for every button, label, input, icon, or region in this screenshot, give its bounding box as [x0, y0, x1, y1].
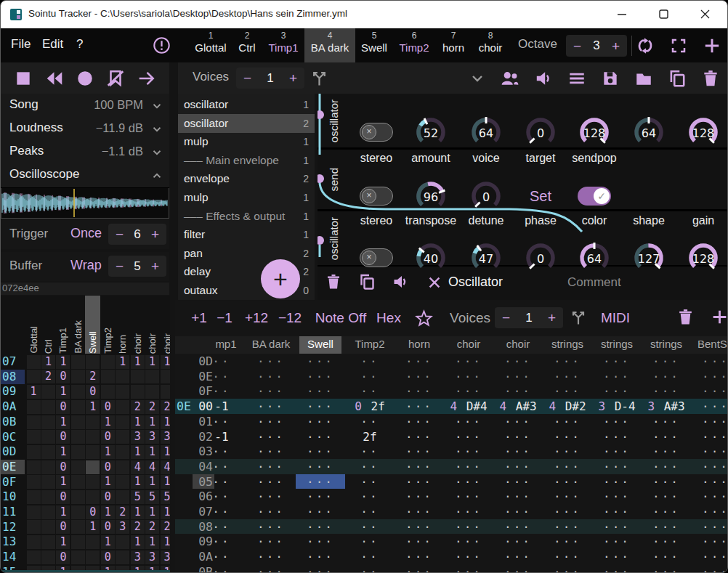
order-cell[interactable]: 1: [41, 355, 55, 369]
pattern-cell[interactable]: ···: [652, 535, 680, 548]
pattern-cell[interactable]: ···: [455, 550, 482, 564]
pattern-cell[interactable]: ···: [307, 444, 334, 458]
order-cell[interactable]: 2: [116, 505, 129, 519]
pattern-cell[interactable]: ··: [360, 550, 379, 564]
pattern-cell[interactable]: ···: [257, 354, 285, 368]
toggle-stereo[interactable]: ×: [360, 123, 393, 142]
pattern-cell[interactable]: ···: [554, 354, 581, 368]
menu-item-help[interactable]: ?: [76, 37, 83, 52]
order-cell[interactable]: [27, 355, 41, 369]
unit-list-item-mainenvelope[interactable]: ––– Main envelope1: [178, 151, 315, 170]
pattern-cell[interactable]: ···: [702, 384, 728, 398]
buffer-stepper-minus[interactable]: −: [116, 259, 124, 273]
chevron-down-icon[interactable]: [150, 99, 163, 113]
pattern-cell[interactable]: ···: [702, 565, 728, 573]
order-cell[interactable]: 1: [131, 445, 145, 459]
order-cell[interactable]: 5: [131, 490, 145, 504]
order-cell[interactable]: 3: [131, 430, 145, 444]
pattern-cell[interactable]: ···: [455, 370, 482, 383]
pattern-cell[interactable]: ···: [702, 550, 728, 564]
order-cell[interactable]: 2: [131, 520, 145, 534]
pattern-cell[interactable]: ···: [504, 444, 532, 458]
order-cell[interactable]: [27, 415, 41, 429]
pattern-cell[interactable]: ··: [360, 565, 379, 573]
order-cell[interactable]: 1: [145, 355, 159, 369]
order-cell[interactable]: 1: [56, 445, 70, 459]
pattern-cell[interactable]: ···: [603, 520, 631, 534]
order-cell[interactable]: 2: [41, 370, 55, 383]
order-cell[interactable]: [71, 460, 85, 474]
pattern-row[interactable]: 08·······························: [175, 519, 728, 535]
pattern-row[interactable]: 0D·······························: [175, 354, 728, 369]
speaker-icon[interactable]: [534, 69, 553, 88]
order-row-label[interactable]: 13: [1, 535, 25, 549]
pattern-cell[interactable]: ···: [603, 489, 631, 503]
pattern-cell[interactable]: ··: [360, 354, 379, 368]
pattern-cell[interactable]: ··: [212, 489, 230, 503]
order-cell[interactable]: [27, 550, 41, 564]
pattern-cell[interactable]: ···: [455, 444, 482, 458]
pattern-cell[interactable]: ···: [652, 460, 680, 474]
instrument-tab-glottal[interactable]: 1Glottal: [190, 28, 232, 62]
pattern-cell[interactable]: ···: [455, 354, 482, 368]
panel-section-oscilloscope[interactable]: Oscilloscope: [1, 163, 169, 188]
pattern-cell[interactable]: ···: [554, 535, 581, 548]
order-column-header[interactable]: Swell: [87, 297, 98, 354]
knob-param[interactable]: 0: [523, 115, 558, 150]
pattern-cell[interactable]: ···: [603, 415, 631, 428]
pattern-cell[interactable]: ···: [307, 475, 334, 489]
order-cell[interactable]: 1: [131, 505, 145, 519]
order-row-label[interactable]: 12: [1, 520, 25, 535]
pattern-row[interactable]: 0A·······························: [175, 549, 728, 564]
order-cell[interactable]: 0: [101, 400, 115, 414]
chevron-down-icon[interactable]: [469, 70, 486, 87]
pattern-cell[interactable]: ···: [504, 489, 532, 503]
order-cell[interactable]: [86, 490, 100, 504]
order-cell[interactable]: [71, 415, 85, 429]
pattern-cell[interactable]: ···: [405, 520, 433, 534]
order-cell[interactable]: [41, 430, 55, 444]
unit-list-item-pan[interactable]: pan2: [178, 244, 315, 263]
order-cell[interactable]: [145, 385, 159, 399]
order-row-label[interactable]: 0B: [1, 415, 25, 429]
order-cell[interactable]: 1: [116, 355, 129, 369]
pattern-cell[interactable]: ···: [257, 384, 285, 398]
pattern-cell[interactable]: 4 D#2: [549, 399, 586, 413]
buffer-stepper-plus[interactable]: +: [151, 259, 159, 273]
order-cell[interactable]: 0: [101, 520, 115, 534]
pattern-cell[interactable]: ···: [307, 565, 334, 573]
order-cell[interactable]: [27, 370, 41, 383]
octave-stepper-plus[interactable]: +: [612, 39, 620, 53]
copy-icon[interactable]: [358, 273, 376, 290]
order-column-header[interactable]: BA dark: [73, 297, 84, 354]
panel-section-song[interactable]: Song100 BPM: [1, 94, 169, 118]
order-cell[interactable]: 2: [145, 400, 159, 414]
pattern-cell[interactable]: ···: [405, 535, 433, 548]
order-cell[interactable]: [71, 430, 85, 444]
pattern-cell[interactable]: ··: [212, 520, 230, 534]
pattern-cell[interactable]: ···: [554, 384, 581, 398]
order-cell[interactable]: 4: [131, 460, 145, 474]
pattern-cell[interactable]: ···: [554, 430, 581, 444]
alert-icon[interactable]: [153, 36, 171, 54]
trigger-stepper-plus[interactable]: +: [151, 227, 159, 241]
pattern-btn-note-off[interactable]: Note Off: [315, 310, 366, 326]
pattern-cell[interactable]: ···: [702, 460, 728, 474]
pattern-cell[interactable]: ···: [307, 520, 334, 534]
order-cell[interactable]: [41, 400, 55, 414]
pattern-cell[interactable]: ··: [360, 370, 379, 383]
pattern-cell[interactable]: ···: [554, 415, 581, 428]
pattern-cell[interactable]: ··: [212, 384, 230, 398]
follow-icon[interactable]: [137, 69, 156, 88]
voices-stepper-minus[interactable]: −: [243, 71, 251, 85]
delete-icon[interactable]: [325, 273, 342, 290]
close-icon[interactable]: [426, 275, 442, 290]
order-cell[interactable]: 2: [161, 400, 170, 414]
pattern-cell[interactable]: ··: [360, 384, 379, 398]
pattern-track-header-choir[interactable]: choir: [506, 338, 530, 350]
pattern-cell[interactable]: 4 D#4: [450, 399, 487, 413]
pattern-cell[interactable]: ··: [212, 370, 230, 383]
order-cell[interactable]: [41, 535, 55, 549]
order-cell[interactable]: 2: [161, 520, 170, 534]
pattern-cell[interactable]: ···: [652, 505, 680, 519]
